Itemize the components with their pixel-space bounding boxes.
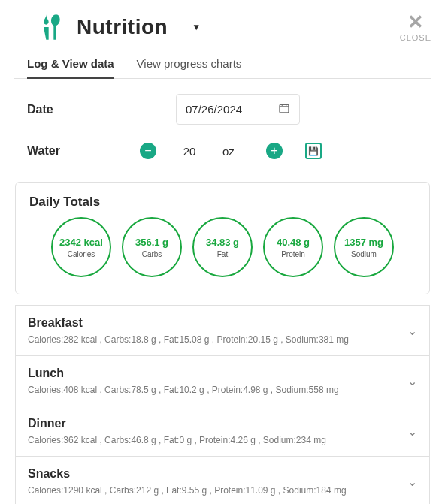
date-value: 07/26/2024	[186, 103, 242, 116]
total-value: 40.48 g	[277, 237, 310, 248]
meal-row-breakfast[interactable]: Breakfast Calories:282 kcal , Carbs:18.8…	[15, 305, 430, 356]
save-icon: 💾	[308, 146, 319, 156]
total-calories: 2342 kcal Calories	[51, 217, 111, 277]
caret-down-icon[interactable]: ▼	[192, 22, 201, 32]
close-button[interactable]: ✕ CLOSE	[400, 12, 431, 42]
meal-summary: Calories:362 kcal , Carbs:46.8 g , Fat:0…	[28, 435, 407, 445]
total-label: Carbs	[142, 250, 162, 258]
total-carbs: 356.1 g Carbs	[122, 217, 182, 277]
water-minus-button[interactable]: −	[140, 143, 156, 159]
total-label: Calories	[68, 250, 95, 258]
meal-name: Snacks	[28, 467, 407, 481]
water-label: Water	[27, 144, 140, 158]
water-value: 20	[179, 145, 200, 158]
svg-rect-0	[280, 104, 289, 113]
chevron-down-icon: ⌄	[407, 374, 417, 388]
total-protein: 40.48 g Protein	[263, 217, 323, 277]
daily-totals-heading: Daily Totals	[16, 183, 429, 217]
meal-summary: Calories:408 kcal , Carbs:78.5 g , Fat:1…	[28, 385, 407, 395]
meal-summary: Calories:1290 kcal , Carbs:212 g , Fat:9…	[28, 485, 407, 496]
meal-name: Dinner	[28, 417, 407, 430]
close-label: CLOSE	[400, 33, 431, 42]
daily-totals-card: Daily Totals 2342 kcal Calories 356.1 g …	[15, 182, 430, 294]
chevron-down-icon: ⌄	[407, 475, 417, 489]
total-value: 1357 mg	[344, 237, 383, 248]
water-unit: oz	[222, 145, 244, 158]
meal-row-dinner[interactable]: Dinner Calories:362 kcal , Carbs:46.8 g …	[15, 406, 430, 457]
total-value: 2342 kcal	[59, 237, 103, 248]
chevron-down-icon: ⌄	[407, 424, 417, 439]
page-title: Nutrition	[77, 15, 168, 39]
meal-name: Breakfast	[28, 316, 407, 330]
meal-row-snacks[interactable]: Snacks Calories:1290 kcal , Carbs:212 g …	[15, 457, 430, 504]
meal-summary: Calories:282 kcal , Carbs:18.8 g , Fat:1…	[28, 334, 407, 345]
total-label: Protein	[281, 250, 305, 258]
minus-icon: −	[144, 145, 151, 157]
date-input[interactable]: 07/26/2024	[176, 94, 300, 125]
total-label: Sodium	[351, 250, 377, 258]
date-label: Date	[27, 103, 140, 116]
chevron-down-icon: ⌄	[407, 324, 417, 338]
calendar-icon	[278, 102, 290, 116]
total-label: Fat	[217, 250, 228, 258]
total-fat: 34.83 g Fat	[192, 217, 253, 277]
total-value: 356.1 g	[135, 237, 168, 248]
total-sodium: 1357 mg Sodium	[334, 217, 394, 277]
tab-charts[interactable]: View progress charts	[137, 51, 242, 78]
nutrition-logo-icon	[36, 12, 66, 42]
meal-row-lunch[interactable]: Lunch Calories:408 kcal , Carbs:78.5 g ,…	[15, 356, 430, 406]
total-value: 34.83 g	[206, 237, 239, 248]
water-plus-button[interactable]: +	[266, 143, 283, 159]
tab-log[interactable]: Log & View data	[27, 51, 114, 79]
water-save-button[interactable]: 💾	[305, 143, 322, 159]
meal-name: Lunch	[28, 367, 407, 380]
plus-icon: +	[271, 145, 277, 157]
close-icon: ✕	[407, 12, 424, 32]
